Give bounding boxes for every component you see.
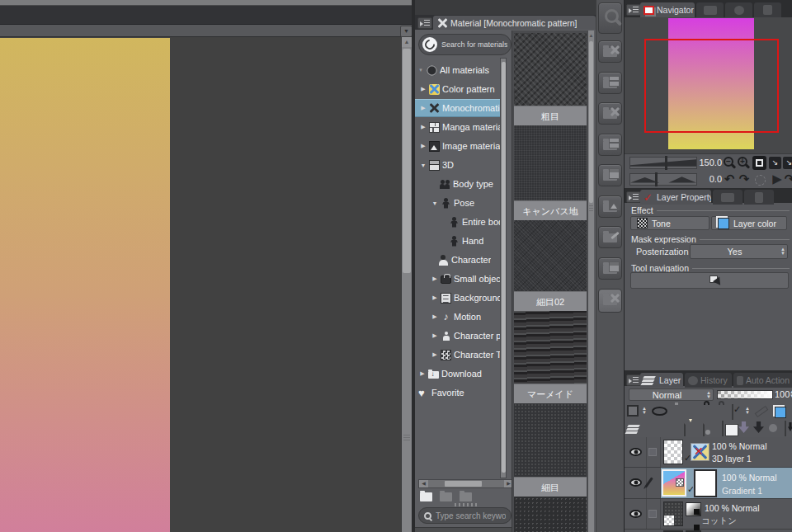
canvas-toolbar-dropdown-icon[interactable]: ▼ bbox=[400, 26, 412, 37]
expander-right-icon[interactable]: ▶ bbox=[420, 105, 427, 111]
zoom-in-icon[interactable] bbox=[738, 157, 751, 170]
shortcut-manga-button[interactable] bbox=[598, 72, 622, 94]
create-mask-icon[interactable] bbox=[785, 421, 786, 436]
shortcut-image-button[interactable] bbox=[598, 195, 622, 218]
draw-target-checkbox[interactable] bbox=[648, 448, 657, 456]
expander-right-icon[interactable]: ▶ bbox=[431, 294, 438, 301]
thumbnail-size-icon[interactable] bbox=[627, 405, 639, 417]
reset-view-icon[interactable]: ▶ bbox=[771, 172, 784, 186]
canvas-scrollbar-thumb[interactable] bbox=[403, 49, 411, 273]
visibility-eye-icon[interactable] bbox=[629, 448, 642, 456]
tab-material[interactable]: Material [Monochromatic pattern] bbox=[433, 16, 596, 30]
tree-item-background[interactable]: ▶ Background bbox=[415, 289, 500, 307]
tree-item-manga-material[interactable]: ▶ Manga material bbox=[415, 118, 500, 136]
tree-item-monochromatic-pattern[interactable]: ▶ Monochromatic pattern bbox=[415, 99, 500, 117]
tab-information[interactable] bbox=[754, 2, 781, 17]
stepper-icon[interactable]: ▲▼ bbox=[705, 391, 713, 399]
rotation-slider-handle[interactable] bbox=[655, 172, 658, 186]
tree-item-all-materials[interactable]: ▼ All materials bbox=[415, 61, 500, 79]
shortcut-active-pattern-button[interactable] bbox=[598, 289, 622, 313]
shortcut-pattern2-button[interactable] bbox=[598, 102, 622, 125]
material-thumbnail-partial[interactable] bbox=[514, 497, 587, 532]
tool-navigation-button[interactable] bbox=[630, 272, 789, 289]
fit-to-screen-icon[interactable] bbox=[752, 156, 766, 170]
gradient-layer-thumbnail[interactable] bbox=[662, 469, 686, 497]
transfer-down-icon[interactable] bbox=[738, 421, 749, 433]
grayscale-gradient-thumbnail[interactable] bbox=[686, 502, 701, 516]
stepper-icon[interactable]: ▲▼ bbox=[743, 407, 752, 415]
expander-right-icon[interactable]: ▶ bbox=[420, 86, 427, 92]
material-thumbnail-canvas[interactable] bbox=[514, 125, 587, 200]
canvas-vertical-scrollbar[interactable]: ▲ bbox=[401, 37, 412, 532]
rotate-reset2-icon[interactable]: ↷ bbox=[783, 172, 792, 186]
new-folder-icon[interactable] bbox=[722, 421, 724, 436]
tab-layer[interactable]: Layer bbox=[640, 373, 683, 388]
keyword-search-field[interactable]: Type search keywor... bbox=[418, 507, 512, 524]
tree-item-entire-body[interactable]: Entire body bbox=[415, 213, 500, 231]
flip-vertical-icon[interactable]: ↘ bbox=[783, 157, 792, 169]
tree-item-small-object[interactable]: ▶ Small object bbox=[415, 270, 500, 288]
tree-item-color-pattern[interactable]: ▶ Color pattern bbox=[415, 80, 500, 98]
tree-horizontal-scrollbar[interactable]: ◀ ▶ bbox=[418, 479, 514, 488]
tab-item-bank[interactable] bbox=[725, 2, 752, 17]
tree-item-hand[interactable]: Hand bbox=[415, 232, 500, 250]
folder-edit-icon[interactable] bbox=[440, 492, 452, 501]
assets-search-button[interactable]: Search for materials on A bbox=[418, 34, 512, 55]
panel-menu-icon[interactable] bbox=[626, 191, 641, 203]
shortcut-edit-button[interactable] bbox=[598, 226, 622, 248]
tab-history[interactable]: History bbox=[685, 373, 732, 388]
panel-resize-grip[interactable] bbox=[455, 503, 479, 506]
layer-row-cotton[interactable]: 100 % Normal コットン bbox=[625, 499, 792, 530]
scroll-up-icon[interactable]: ▲ bbox=[402, 37, 412, 47]
tree-item-favorite[interactable]: ♥ Favorite bbox=[415, 384, 500, 402]
visibility-eye-icon[interactable] bbox=[629, 510, 642, 518]
merge-visible-icon[interactable] bbox=[769, 424, 777, 432]
shortcut-monochromatic-button[interactable] bbox=[598, 40, 622, 63]
shortcut-manga2-button[interactable] bbox=[598, 134, 622, 156]
tree-scrollbar-thumb[interactable] bbox=[502, 62, 506, 473]
scrollbar-grip[interactable] bbox=[403, 435, 410, 441]
expander-right-icon[interactable]: ▶ bbox=[420, 124, 427, 130]
expander-down-icon[interactable]: ▼ bbox=[431, 200, 438, 206]
layers-stack-icon[interactable] bbox=[628, 424, 641, 434]
h-scrollbar-thumb[interactable] bbox=[445, 481, 482, 487]
tree-item-body-type[interactable]: Body type bbox=[415, 175, 500, 193]
reset-rotation-icon[interactable] bbox=[755, 175, 766, 186]
tree-item-pose[interactable]: ▼ Pose bbox=[415, 194, 500, 212]
tab-sub-view[interactable] bbox=[696, 2, 724, 17]
opacity-slider[interactable] bbox=[717, 390, 773, 399]
material-thumbnail-fine[interactable] bbox=[514, 403, 587, 477]
opacity-stepper-icon[interactable]: ▲▼ bbox=[788, 390, 792, 398]
material-search-button[interactable] bbox=[598, 2, 622, 34]
expander-right-icon[interactable]: ▶ bbox=[420, 143, 427, 149]
flip-horizontal-icon[interactable]: ↘ bbox=[769, 157, 781, 169]
tree-item-image-material[interactable]: ▶ Image material bbox=[415, 137, 500, 155]
folder-delete-icon[interactable] bbox=[460, 492, 472, 501]
layer-row-gradient-1[interactable]: ✓ 100 % Normal Gradient 1 bbox=[625, 468, 792, 499]
shortcut-3d-button[interactable] bbox=[598, 164, 622, 186]
panel-menu-icon[interactable] bbox=[626, 4, 641, 16]
merge-down-icon[interactable] bbox=[753, 421, 764, 433]
tab-navigator[interactable]: Navigator bbox=[640, 2, 695, 17]
tree-item-character-text[interactable]: ▶ Character Text bbox=[415, 346, 500, 364]
show-all-layers-icon[interactable] bbox=[652, 407, 667, 416]
new-layer-icon[interactable] bbox=[684, 421, 686, 436]
expander-right-icon[interactable]: ▶ bbox=[431, 313, 438, 320]
thumbnail-scrollbar[interactable]: ▲ bbox=[587, 31, 594, 532]
rotate-left-icon[interactable]: ↶ bbox=[723, 172, 736, 186]
texture-layer-thumbnail[interactable] bbox=[663, 501, 683, 526]
panel-menu-icon[interactable] bbox=[626, 374, 641, 386]
material-thumbnail-coarse[interactable] bbox=[514, 33, 587, 106]
tree-item-download[interactable]: ▶ Download bbox=[415, 365, 500, 383]
material-thumbnail-fine02[interactable] bbox=[514, 220, 587, 291]
new-folder-icon[interactable] bbox=[420, 492, 432, 501]
clipping-icon[interactable] bbox=[775, 407, 786, 418]
canvas-gradient-artwork[interactable] bbox=[0, 38, 170, 532]
scroll-left-icon[interactable]: ◀ bbox=[419, 480, 428, 487]
stepper-icon[interactable]: ▲▼ bbox=[640, 407, 648, 415]
thumbnail-scrollbar-thumb[interactable] bbox=[589, 41, 593, 203]
canvas-area[interactable]: ▼ ▲ bbox=[0, 0, 415, 532]
layer-thumbnail[interactable] bbox=[663, 440, 683, 464]
navigator-preview[interactable] bbox=[625, 17, 792, 153]
scroll-up-icon[interactable]: ▲ bbox=[588, 32, 594, 40]
